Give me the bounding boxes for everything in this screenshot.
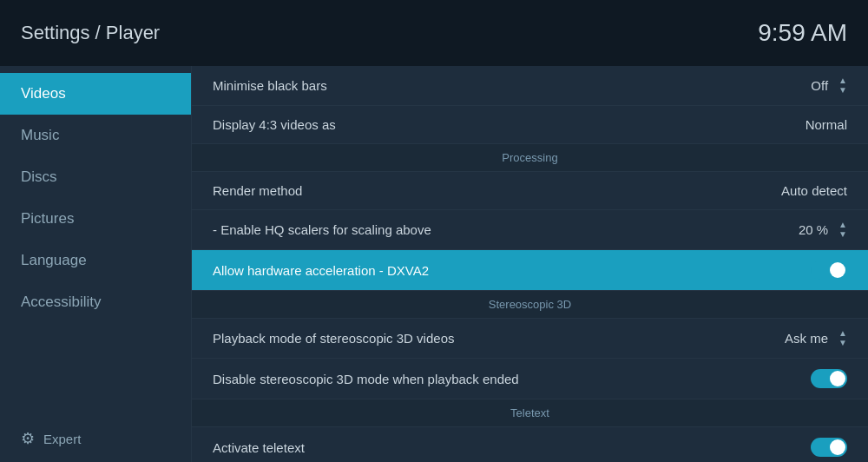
gear-icon: ⚙ — [21, 429, 35, 448]
settings-row-playback-mode[interactable]: Playback mode of stereoscopic 3D videos … — [192, 319, 868, 359]
render-method-value: Auto detect — [781, 183, 847, 198]
clock: 9:59 AM — [758, 19, 847, 47]
playback-mode-chevrons[interactable]: ▲ ▼ — [838, 329, 847, 347]
settings-row-render-method[interactable]: Render method Auto detect — [192, 172, 868, 210]
hw-acceleration-toggle[interactable] — [811, 261, 847, 280]
hq-scalers-value: 20 % ▲ ▼ — [799, 221, 847, 239]
header: Settings / Player 9:59 AM — [0, 0, 868, 66]
main-content: Minimise black bars Off ▲ ▼ Display 4:3 … — [191, 66, 868, 462]
toggle-knob — [830, 262, 845, 278]
sidebar-item-discs[interactable]: Discs — [0, 156, 191, 198]
chevron-up-icon: ▲ — [838, 221, 847, 229]
minimise-black-bars-label: Minimise black bars — [213, 78, 327, 93]
hq-scalers-chevrons[interactable]: ▲ ▼ — [838, 221, 847, 239]
hw-acceleration-label: Allow hardware acceleration - DXVA2 — [213, 263, 429, 278]
display-43-value: Normal — [806, 117, 847, 132]
sidebar-item-music[interactable]: Music — [0, 115, 191, 156]
section-teletext: Teletext — [192, 399, 868, 427]
section-processing: Processing — [192, 144, 868, 172]
settings-row-disable-stereoscopic[interactable]: Disable stereoscopic 3D mode when playba… — [192, 359, 868, 399]
chevron-up-icon: ▲ — [838, 76, 847, 85]
render-method-label: Render method — [213, 183, 302, 198]
playback-mode-label: Playback mode of stereoscopic 3D videos — [213, 331, 454, 346]
display-43-label: Display 4:3 videos as — [213, 117, 336, 132]
disable-stereoscopic-label: Disable stereoscopic 3D mode when playba… — [213, 372, 519, 386]
activate-teletext-value — [811, 438, 847, 457]
minimise-black-bars-value: Off ▲ ▼ — [811, 76, 847, 95]
hw-acceleration-value — [811, 261, 847, 280]
sidebar-spacer — [0, 323, 191, 415]
settings-row-hw-acceleration[interactable]: Allow hardware acceleration - DXVA2 — [192, 250, 868, 291]
sidebar-item-language[interactable]: Language — [0, 240, 191, 281]
toggle-knob — [830, 439, 845, 455]
sidebar-expert[interactable]: ⚙ Expert — [0, 415, 191, 462]
activate-teletext-toggle[interactable] — [811, 438, 847, 457]
sidebar: Videos Music Discs Pictures Language Acc… — [0, 66, 191, 462]
disable-stereoscopic-value — [811, 369, 847, 388]
hq-scalers-label: - Enable HQ scalers for scaling above — [213, 222, 431, 237]
chevron-down-icon: ▼ — [838, 86, 847, 95]
page-title: Settings / Player — [21, 22, 160, 44]
hq-scalers-text: 20 % — [799, 222, 828, 237]
settings-row-activate-teletext[interactable]: Activate teletext — [192, 427, 868, 462]
toggle-knob — [830, 371, 845, 386]
section-stereoscopic: Stereoscopic 3D — [192, 291, 868, 319]
playback-mode-text: Ask me — [785, 331, 828, 346]
sidebar-item-videos[interactable]: Videos — [0, 73, 191, 115]
chevron-down-icon: ▼ — [838, 339, 847, 347]
body: Videos Music Discs Pictures Language Acc… — [0, 66, 868, 462]
render-method-text: Auto detect — [781, 183, 847, 198]
minimise-black-bars-chevrons[interactable]: ▲ ▼ — [838, 76, 847, 95]
playback-mode-value: Ask me ▲ ▼ — [785, 329, 847, 347]
minimise-black-bars-text: Off — [811, 78, 828, 93]
sidebar-item-pictures[interactable]: Pictures — [0, 198, 191, 240]
disable-stereoscopic-toggle[interactable] — [811, 369, 847, 388]
settings-row-display-43[interactable]: Display 4:3 videos as Normal — [192, 106, 868, 144]
settings-row-hq-scalers[interactable]: - Enable HQ scalers for scaling above 20… — [192, 210, 868, 250]
chevron-down-icon: ▼ — [838, 230, 847, 239]
display-43-text: Normal — [806, 117, 847, 132]
settings-row-minimise-black-bars[interactable]: Minimise black bars Off ▲ ▼ — [192, 66, 868, 106]
sidebar-item-accessibility[interactable]: Accessibility — [0, 281, 191, 323]
activate-teletext-label: Activate teletext — [213, 440, 305, 455]
expert-label: Expert — [43, 432, 81, 446]
chevron-up-icon: ▲ — [838, 329, 847, 338]
